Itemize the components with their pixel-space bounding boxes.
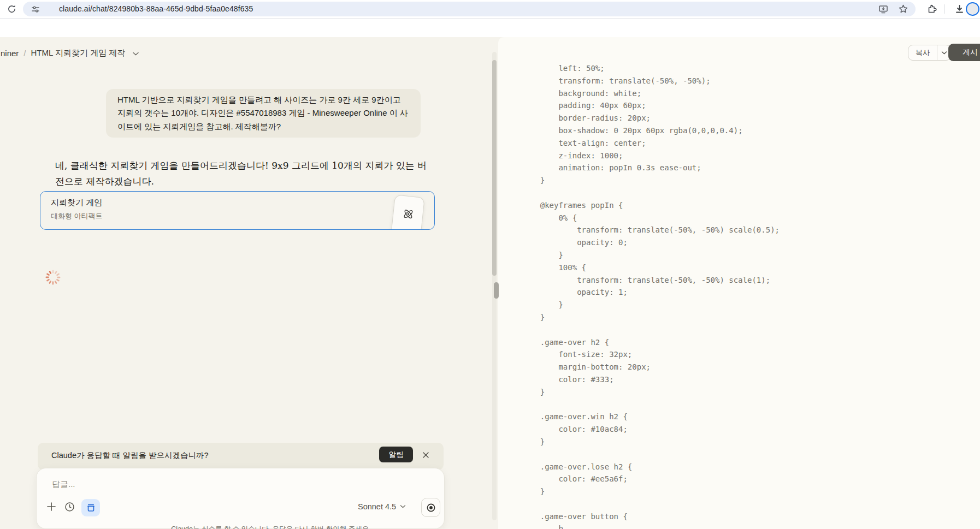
downloads-icon[interactable] xyxy=(954,4,965,16)
chevron-down-icon xyxy=(400,504,406,509)
url-bar[interactable]: claude.ai/chat/824980b3-88aa-465d-9dbd-5… xyxy=(23,2,916,16)
artifact-code-content[interactable]: left: 50%; transform: translate(-50%, -5… xyxy=(522,62,780,529)
loading-spinner xyxy=(45,269,61,286)
extensions-icon[interactable] xyxy=(927,4,937,16)
url-text[interactable]: claude.ai/chat/824980b3-88aa-465d-9dbd-5… xyxy=(59,4,253,13)
profile-avatar[interactable] xyxy=(966,2,979,16)
assistant-message-text: 네, 클래식한 지뢰찾기 게임을 만들어드리겠습니다! 9x9 그리드에 10개… xyxy=(55,160,427,187)
publish-button[interactable]: 게시 xyxy=(948,44,980,61)
artifact-card[interactable]: 지뢰찾기 게임 대화형 아티팩트 xyxy=(40,191,435,230)
chat-scrollbar-thumb[interactable] xyxy=(492,60,497,276)
message-composer[interactable]: 답글... Sonnet 4.5 xyxy=(36,468,445,529)
chevron-down-icon[interactable] xyxy=(132,49,139,58)
notification-text: Claude가 응답할 때 알림을 받으시겠습니까? xyxy=(51,450,209,461)
publish-button-label: 게시 xyxy=(963,47,978,57)
notification-close-icon[interactable] xyxy=(419,448,432,461)
copy-split-button[interactable]: 복사 xyxy=(908,45,951,61)
breadcrumb-separator: / xyxy=(23,49,26,58)
attach-plus-icon[interactable] xyxy=(45,501,57,515)
artifact-card-title: 지뢰찾기 게임 xyxy=(51,198,102,208)
model-name: Sonnet 4.5 xyxy=(358,502,396,511)
record-icon xyxy=(426,503,436,513)
assistant-message: 네, 클래식한 지뢰찾기 게임을 만들어드리겠습니다! 9x9 그리드에 10개… xyxy=(55,158,433,189)
page-top-strip xyxy=(0,19,980,37)
app-root: claude.ai/chat/824980b3-88aa-465d-9dbd-5… xyxy=(0,0,980,529)
notification-allow-label: 알림 xyxy=(389,450,404,460)
reload-icon[interactable] xyxy=(7,4,17,14)
notification-banner: Claude가 응답할 때 알림을 받으시겠습니까? 알림 xyxy=(38,443,444,470)
panel-resize-handle[interactable] xyxy=(494,282,499,299)
notification-allow-button[interactable]: 알림 xyxy=(379,447,413,462)
bookmark-star-icon[interactable] xyxy=(898,4,908,16)
user-message-text: HTML 기반으로 지뢰찾기 게임을 만들려고 해 사이즈는 가로 9칸 세로 … xyxy=(117,95,408,131)
model-selector[interactable]: Sonnet 4.5 xyxy=(358,502,406,511)
artifact-preview-tile xyxy=(391,194,425,230)
disclaimer-text: Claude는 실수를 할 수 있습니다. 응답을 다시 한번 확인해 주세요. xyxy=(156,525,386,529)
artifact-atom-icon xyxy=(400,206,416,222)
copy-button-label[interactable]: 복사 xyxy=(908,45,937,60)
conversation-title[interactable]: HTML 지뢰찾기 게임 제작 xyxy=(31,48,126,58)
user-message-bubble: HTML 기반으로 지뢰찾기 게임을 만들려고 해 사이즈는 가로 9칸 세로 … xyxy=(106,89,421,138)
site-info-icon[interactable] xyxy=(31,5,40,16)
breadcrumb-project[interactable]: niner xyxy=(1,49,19,58)
browser-toolbar: claude.ai/chat/824980b3-88aa-465d-9dbd-5… xyxy=(0,0,980,19)
tools-pill[interactable] xyxy=(81,499,100,516)
toolbar-divider xyxy=(944,4,945,14)
tools-icon xyxy=(86,503,96,513)
composer-placeholder[interactable]: 답글... xyxy=(52,479,75,490)
dictation-button[interactable] xyxy=(421,498,440,517)
install-app-icon[interactable] xyxy=(878,4,888,16)
history-clock-icon[interactable] xyxy=(64,501,75,515)
artifact-card-subtitle: 대화형 아티팩트 xyxy=(51,211,103,221)
breadcrumb: niner / HTML 지뢰찾기 게임 제작 xyxy=(1,47,139,59)
